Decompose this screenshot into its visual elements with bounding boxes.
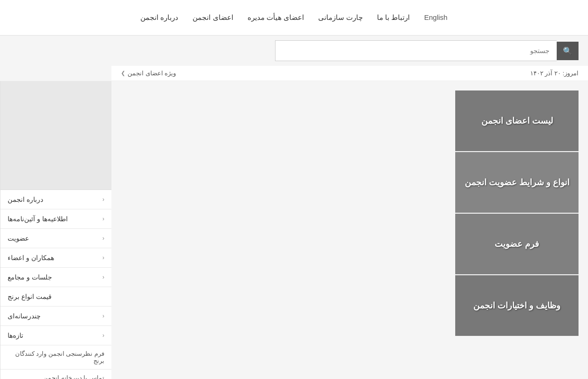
nav-item-contact[interactable]: ارتباط با ما	[377, 13, 410, 22]
chevron-icon: ‹	[102, 216, 104, 222]
breadcrumb-bar: امروز: ۲۰ آذر ۱۴۰۲ ویژه اعضای انجمن ❯	[111, 66, 588, 81]
date-display: امروز: ۲۰ آذر ۱۴۰۲	[530, 70, 579, 77]
breadcrumb-arrow: ❯	[121, 70, 125, 76]
sidebar-item-sessions[interactable]: ‹ جلسات و مجامع	[0, 268, 111, 287]
card-membership-form[interactable]: فرم عضویت	[455, 214, 579, 274]
nav-item-chart[interactable]: چارت سازمانی	[318, 13, 363, 22]
nav-link-members[interactable]: اعضای انجمن	[193, 13, 233, 21]
nav-link-english[interactable]: English	[424, 13, 448, 21]
main-layout: لیست اعضای انجمن انواع و شرایط عضویت انج…	[0, 81, 588, 379]
search-button[interactable]: 🔍	[557, 42, 579, 60]
nav-link-chart[interactable]: چارت سازمانی	[318, 13, 363, 21]
chevron-icon: ‹	[102, 196, 104, 203]
sidebar-item-notices[interactable]: ‹ اطلاعیه‌ها و آئین‌نامه‌ها	[0, 209, 111, 229]
breadcrumb[interactable]: ویژه اعضای انجمن ❯	[121, 70, 176, 77]
nav-item-members[interactable]: اعضای انجمن	[193, 13, 233, 22]
chevron-icon: ‹	[102, 313, 104, 319]
sidebar-label-sessions: جلسات و مجامع	[8, 273, 52, 281]
sidebar-label-rice-price: قیمت انواع برنج	[8, 293, 52, 300]
nav-item-about[interactable]: درباره انجمن	[140, 13, 178, 22]
card-label-membership-types: انواع و شرایط عضویت انجمن	[465, 177, 570, 188]
card-label-member-list: لیست اعضای انجمن	[481, 116, 553, 126]
chevron-icon: ‹	[102, 254, 104, 261]
sidebar-link-secretariat[interactable]: تماس با دبیرخانه انجمن	[0, 370, 111, 379]
chevron-icon: ‹	[102, 235, 104, 242]
search-icon: 🔍	[563, 46, 572, 55]
sidebar-item-colleagues[interactable]: ‹ همکاران و اعضاء	[0, 248, 111, 268]
sidebar-label-membership: عضویت	[8, 235, 29, 242]
sidebar-item-membership[interactable]: ‹ عضویت	[0, 229, 111, 248]
nav-link-contact[interactable]: ارتباط با ما	[377, 13, 410, 21]
card-label-membership-form: فرم عضویت	[495, 239, 539, 249]
sidebar-label-notices: اطلاعیه‌ها و آئین‌نامه‌ها	[8, 215, 68, 223]
nav-link-board[interactable]: اعضای هیأت مدیره	[248, 13, 304, 21]
nav-links: English ارتباط با ما چارت سازمانی اعضای …	[140, 13, 447, 22]
sidebar-item-about[interactable]: ‹ درباره انجمن	[0, 190, 111, 209]
nav-item-english[interactable]: English	[424, 13, 448, 22]
card-label-duties: وظایف و اختیارات انجمن	[473, 300, 560, 311]
sidebar-menu: ‹ درباره انجمن ‹ اطلاعیه‌ها و آئین‌نامه‌…	[0, 190, 111, 345]
content-area: لیست اعضای انجمن انواع و شرایط عضویت انج…	[111, 81, 588, 379]
breadcrumb-text: ویژه اعضای انجمن	[128, 70, 176, 77]
sidebar-item-news[interactable]: ‹ تازه‌ها	[0, 326, 111, 345]
sidebar-item-multimedia[interactable]: ‹ چندرسانه‌ای	[0, 307, 111, 326]
sidebar-top-image	[0, 81, 111, 190]
chevron-icon: ‹	[102, 332, 104, 339]
search-input[interactable]	[275, 40, 557, 61]
sidebar-label-colleagues: همکاران و اعضاء	[8, 254, 54, 262]
sidebar: ‹ درباره انجمن ‹ اطلاعیه‌ها و آئین‌نامه‌…	[0, 81, 111, 379]
cards-grid: لیست اعضای انجمن انواع و شرایط عضویت انج…	[455, 90, 579, 337]
chevron-icon: ‹	[102, 274, 104, 280]
search-bar-section: 🔍	[275, 40, 579, 61]
sidebar-item-rice-price[interactable]: قیمت انواع برنج	[0, 287, 111, 307]
nav-item-board[interactable]: اعضای هیأت مدیره	[248, 13, 304, 22]
nav-link-about[interactable]: درباره انجمن	[140, 13, 178, 21]
sidebar-label-about: درباره انجمن	[8, 196, 43, 203]
card-duties[interactable]: وظایف و اختیارات انجمن	[455, 275, 579, 336]
card-membership-types[interactable]: انواع و شرایط عضویت انجمن	[455, 152, 579, 213]
navbar: English ارتباط با ما چارت سازمانی اعضای …	[0, 0, 588, 36]
card-member-list[interactable]: لیست اعضای انجمن	[455, 90, 579, 151]
sidebar-link-survey[interactable]: فرم نظرسنجی انجمن وارد کنندگان برنج	[0, 345, 111, 370]
sidebar-label-multimedia: چندرسانه‌ای	[8, 312, 41, 320]
sidebar-label-news: تازه‌ها	[8, 332, 23, 339]
